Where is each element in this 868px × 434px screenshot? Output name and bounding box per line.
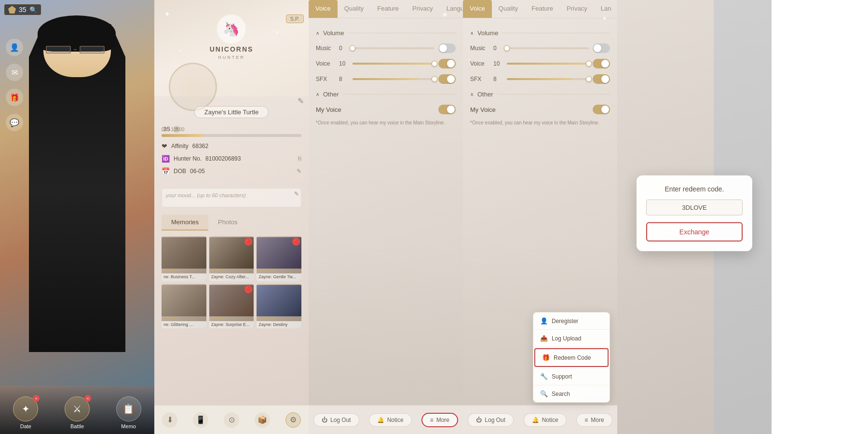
logout2-btn[interactable]: ⏻ Log Out (468, 413, 514, 427)
photo-cell-1[interactable]: ★★★★★ ne: Business T... (162, 236, 206, 281)
sparkle-p4-1: ✦ (602, 14, 608, 22)
stars-4: ★★★★★ (162, 316, 206, 321)
deregister-icon: 👤 (540, 317, 548, 325)
profile-edit-icon[interactable]: ✎ (298, 96, 304, 106)
mood-box[interactable]: your mood... (up to 60 characters) (162, 188, 301, 207)
voice-toggle[interactable] (438, 59, 456, 68)
xp-bar-fill (162, 134, 203, 137)
sfx-toggle[interactable] (438, 74, 456, 84)
tab-voice[interactable]: Voice (309, 0, 338, 18)
logout-label: Log Out (330, 417, 351, 423)
other-label: Other (323, 91, 339, 98)
sfx-thumb[interactable] (432, 76, 437, 82)
photo-cell-4[interactable]: ★★★★★ ne: Glittering ... (162, 284, 206, 329)
volume-section: ∧ Volume (309, 26, 463, 41)
photo-cell-5[interactable]: 🔴 ★★★★ Zayne: Surprise E... (209, 284, 254, 329)
tab-photos[interactable]: Photos (208, 215, 247, 231)
nav-battle[interactable]: ⚔ × Battle (65, 396, 90, 429)
badge-icon[interactable]: ⊙ (224, 412, 239, 428)
nav-date[interactable]: ✦ × Date (13, 396, 38, 429)
redeem-code-input[interactable] (646, 200, 743, 216)
notice2-btn[interactable]: 🔔 Notice (524, 413, 567, 427)
dob-value: 06-05 (190, 168, 205, 175)
tab-quality[interactable]: Quality (338, 0, 370, 18)
voice2-toggle[interactable] (593, 59, 610, 68)
music-toggle[interactable] (438, 43, 456, 53)
tab-privacy[interactable]: Privacy (406, 0, 440, 18)
badge-5: 🔴 (244, 285, 252, 293)
sfx2-toggle[interactable] (593, 74, 610, 84)
dropdown-deregister[interactable]: 👤 Deregister (533, 312, 610, 330)
profile-icon[interactable]: 👤 (6, 39, 23, 56)
sfx2-thumb[interactable] (586, 76, 592, 82)
my-voice2-toggle[interactable] (593, 105, 610, 114)
dropdown-menu: 👤 Deregister 📤 Log Upload 🎁 Redeem Code … (533, 312, 610, 403)
my-voice-toggle[interactable] (438, 105, 456, 114)
voice-track[interactable] (353, 63, 434, 65)
other2-label: Other (477, 91, 493, 98)
mail-icon[interactable]: ✉ (6, 64, 23, 81)
volume-line (348, 33, 456, 33)
dropdown-search[interactable]: 🔍 Search (533, 385, 610, 402)
photo-cell-6[interactable]: ★★★★★ Zayne: Destiny (257, 284, 301, 329)
logout-btn[interactable]: ⏻ Log Out (313, 413, 359, 427)
my-voice-knob (447, 106, 455, 113)
sfx2-label: SFX (470, 76, 489, 82)
voice2-track[interactable] (507, 63, 589, 65)
date-close[interactable]: × (33, 395, 40, 402)
music2-val: 0 (493, 45, 503, 52)
dropdown-log-upload[interactable]: 📤 Log Upload (533, 330, 610, 347)
more2-btn[interactable]: ≡ More (576, 413, 612, 427)
chat-icon[interactable]: 💬 (6, 114, 23, 131)
music2-track[interactable] (507, 47, 589, 49)
voice-val: 10 (339, 60, 349, 67)
volume2-section: ∧ Volume (463, 26, 617, 41)
music2-toggle[interactable] (593, 43, 610, 53)
phone-icon[interactable]: 📱 (193, 412, 208, 428)
music2-thumb[interactable] (504, 45, 510, 51)
music-thumb[interactable] (350, 45, 355, 51)
level-badge[interactable]: 35 🔍 (4, 4, 41, 15)
stars-3: ★★★★★ (257, 269, 301, 273)
photo-cell-2[interactable]: 🔴 ★★★★★ Zayne: Cozy After... (209, 236, 254, 281)
level-text: 35 (19, 6, 27, 14)
search-label: Search (552, 391, 570, 397)
sparkle-p3-2: ✦ (318, 39, 322, 44)
download-icon[interactable]: ⬇ (162, 412, 177, 428)
tab-feature[interactable]: Feature (370, 0, 406, 18)
notice-label: Notice (387, 417, 404, 423)
copy-icon[interactable]: ⎘ (298, 155, 301, 162)
brand-sub: HUNTER (218, 55, 245, 60)
tab-memories[interactable]: Memories (162, 215, 208, 231)
photo-label-1: ne: Business T... (162, 273, 206, 281)
exchange-button[interactable]: Exchange (646, 222, 743, 242)
more-icon: ≡ (430, 417, 434, 423)
dropdown-redeem-code[interactable]: 🎁 Redeem Code (534, 348, 609, 367)
sfx2-track[interactable] (507, 78, 589, 80)
music-track[interactable] (353, 47, 434, 49)
notice-btn[interactable]: 🔔 Notice (369, 413, 412, 427)
more-btn[interactable]: ≡ More (421, 413, 458, 427)
tab2-quality[interactable]: Quality (492, 0, 525, 18)
search-icon[interactable]: 🔍 (29, 6, 37, 14)
music-label: Music (316, 45, 335, 52)
sfx-track[interactable] (353, 78, 434, 80)
settings-bottom: ⏻ Log Out 🔔 Notice ≡ More (309, 405, 463, 434)
redeem-title: Enter redeem code. (665, 185, 724, 193)
tab2-feature[interactable]: Feature (525, 0, 560, 18)
pack-icon[interactable]: 📦 (255, 412, 270, 428)
tab2-voice[interactable]: Voice (463, 0, 492, 18)
voice2-thumb[interactable] (586, 61, 592, 67)
dob-edit-icon[interactable]: ✎ (297, 168, 301, 175)
voice-thumb[interactable] (432, 61, 437, 67)
photo-cell-3[interactable]: 🔴 ★★★★★ Zayne: Gentle Tw... (257, 236, 301, 281)
more2-icon: ≡ (584, 417, 588, 423)
mood-edit-icon[interactable]: ✎ (294, 190, 299, 197)
tab2-privacy[interactable]: Privacy (560, 0, 594, 18)
gift-icon[interactable]: 🎁 (6, 89, 23, 106)
dropdown-support[interactable]: 🔧 Support (533, 368, 610, 385)
settings-active-icon[interactable]: ⚙ (285, 412, 301, 428)
photo-label-5: Zayne: Surprise E... (209, 321, 254, 329)
nav-memo[interactable]: 📋 Memo (116, 396, 141, 429)
battle-close[interactable]: × (84, 395, 91, 402)
